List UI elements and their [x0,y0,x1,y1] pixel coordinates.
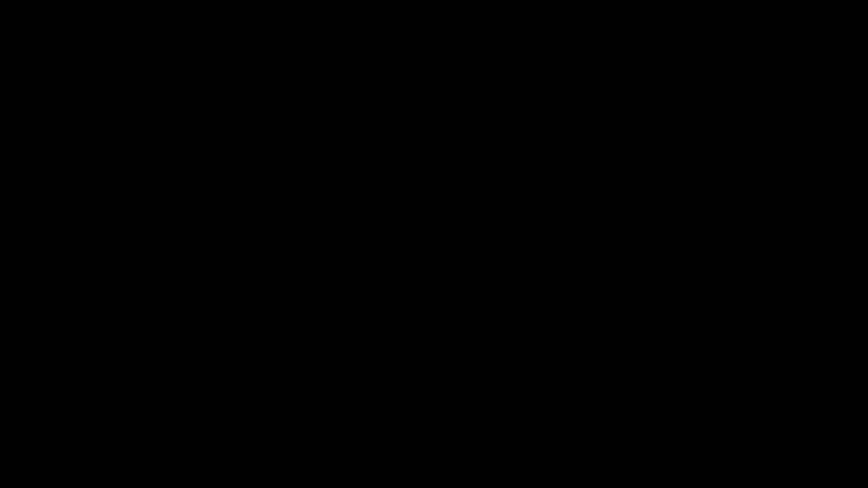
top-bar [0,0,868,19]
atmospheric-position-plot [8,22,225,239]
orbital-position-plot [239,252,461,471]
vertical-residuals-plot [514,366,865,473]
trail-offset-plot [246,22,473,241]
horizontal-residuals-plot [514,251,865,358]
light-curve-plot [495,22,865,241]
ground-track-map [8,251,231,469]
